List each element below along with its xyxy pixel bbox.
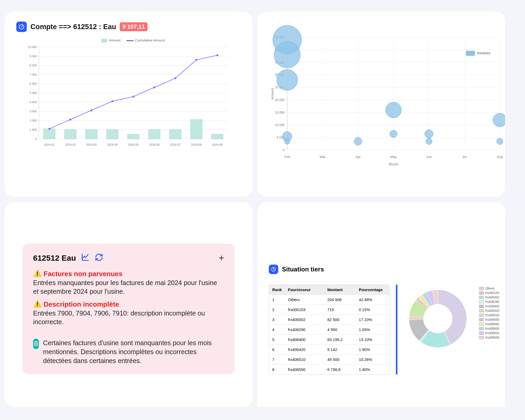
svg-text:2024-01: 2024-01 — [44, 143, 55, 146]
svg-text:2 000: 2 000 — [29, 119, 37, 122]
svg-point-91 — [354, 138, 362, 145]
legend-invoices-label: Invoices — [477, 51, 490, 55]
svg-text:10 000: 10 000 — [275, 123, 285, 127]
table-row[interactable]: 8frs4065506 738,81.40% — [269, 364, 389, 374]
table-row[interactable]: 5frs40640063 195,213.10% — [269, 334, 389, 344]
combo-chart: 01 0002 0003 0004 0005 0006 0007 0008 00… — [20, 44, 230, 149]
scroll-indicator[interactable] — [396, 285, 397, 375]
svg-point-39 — [175, 77, 176, 79]
svg-point-92 — [386, 102, 401, 118]
card-invoices-bubble: Invoices 05 00010 00015 00020 00025 0003… — [257, 12, 505, 197]
svg-text:2024-07: 2024-07 — [170, 143, 181, 146]
svg-text:0: 0 — [283, 148, 285, 152]
svg-text:15 000: 15 000 — [275, 111, 285, 114]
svg-rect-25 — [65, 130, 76, 139]
svg-rect-31 — [191, 120, 202, 139]
donut-chart — [404, 285, 472, 353]
svg-text:Feb: Feb — [284, 155, 290, 159]
svg-text:Month: Month — [389, 162, 398, 166]
svg-text:20 000: 20 000 — [275, 98, 285, 102]
legend-item: frs406420 — [479, 309, 499, 313]
svg-text:6 000: 6 000 — [29, 82, 37, 85]
svg-text:10 000: 10 000 — [28, 45, 37, 49]
svg-text:May: May — [390, 155, 397, 159]
legend-item: frs406620 — [479, 331, 499, 335]
amount-badge: 9 107,11 — [120, 22, 148, 31]
svg-rect-29 — [149, 130, 160, 139]
svg-text:Apr: Apr — [355, 155, 361, 159]
svg-text:0: 0 — [35, 137, 37, 140]
legend-item: frs000153 — [479, 291, 499, 295]
col-pourcentage: Pourcentage — [356, 285, 389, 295]
col-rank: Rank — [269, 285, 285, 295]
gauge-icon — [16, 22, 27, 32]
svg-point-96 — [493, 113, 505, 127]
svg-point-36 — [112, 100, 113, 102]
svg-point-37 — [133, 96, 134, 98]
col-montant: Montant — [324, 285, 356, 295]
svg-text:Jun: Jun — [426, 155, 432, 159]
svg-text:2024-08: 2024-08 — [191, 143, 202, 146]
table-row[interactable]: 7frs40651049 50010.26% — [269, 354, 389, 364]
svg-text:2024-06: 2024-06 — [149, 143, 160, 146]
legend-item: frs406510 — [479, 313, 499, 317]
alert-1-body: Entrées manquantes pour les factures de … — [33, 279, 224, 296]
table-row[interactable]: 4frs4062904 9501.03% — [269, 324, 389, 334]
svg-text:Aug: Aug — [497, 155, 503, 159]
svg-rect-32 — [212, 134, 223, 139]
svg-point-94 — [425, 130, 433, 138]
card-a-title: Compte ==> 612512 : Eau — [30, 23, 116, 31]
bubble-chart: 05 00010 00015 00020 00025 00030 00035 0… — [269, 22, 505, 169]
add-button[interactable]: + — [219, 253, 224, 264]
card-account-eau: Compte ==> 612512 : Eau 9 107,11 Amount … — [5, 12, 253, 197]
svg-text:2024-04: 2024-04 — [107, 143, 118, 146]
svg-point-33 — [49, 128, 50, 130]
tiers-table: Rank Fournisseur Montant Pourcentage 1Ot… — [269, 285, 390, 375]
alert-2-body: Entrées 7900, 7904, 7906, 7910: descript… — [33, 309, 224, 326]
svg-text:4 000: 4 000 — [29, 101, 37, 104]
svg-point-40 — [196, 59, 197, 61]
svg-rect-26 — [86, 130, 97, 139]
svg-rect-28 — [128, 134, 139, 139]
svg-text:Jul: Jul — [462, 155, 467, 159]
warning-icon: ⚠️ — [33, 270, 41, 277]
legend-item: frs406560 — [479, 322, 499, 326]
table-row[interactable]: 6frs4064209 1421.90% — [269, 344, 389, 354]
fade-overlay — [257, 391, 505, 407]
svg-point-34 — [70, 119, 71, 120]
svg-point-38 — [154, 87, 155, 88]
table-row[interactable]: 2frs0001537150.15% — [269, 304, 389, 314]
warning-icon: ⚠️ — [33, 300, 41, 307]
alert-2-title: Description incomplète — [44, 300, 119, 308]
svg-text:2024-03: 2024-03 — [86, 143, 97, 146]
info-body: Certaines factures d'usine sont manquant… — [43, 339, 224, 365]
svg-text:2024-09: 2024-09 — [212, 143, 223, 146]
bubble-legend: Invoices — [466, 51, 490, 56]
card-alerts: 612512 Eau + ⚠️ Factures non parvenues E… — [5, 202, 253, 407]
svg-text:Mar: Mar — [320, 155, 326, 159]
pie-icon — [269, 265, 278, 274]
svg-rect-101 — [35, 342, 38, 346]
legend-cumulative-label: Cumulative Amount — [135, 38, 165, 42]
chart-a-legend: Amount Cumulative Amount — [20, 38, 241, 42]
table-row[interactable]: 3frs40000282 50017.10% — [269, 314, 389, 324]
refresh-icon[interactable] — [95, 253, 103, 263]
svg-point-95 — [426, 138, 432, 145]
alert-1-title: Factures non parvenues — [44, 270, 123, 278]
legend-item: Others — [479, 287, 499, 290]
alert-card-title: 612512 Eau — [33, 254, 76, 262]
svg-text:8 000: 8 000 — [29, 64, 37, 67]
card-situation-tiers: Situation tiers Rank Fournisseur Montant… — [257, 202, 505, 407]
svg-text:2024-05: 2024-05 — [128, 143, 139, 146]
chart-line-icon[interactable] — [81, 253, 90, 263]
donut-legend: Othersfrs000153frs400002frs406290frs4064… — [479, 287, 499, 340]
legend-item: frs406550 — [479, 318, 499, 322]
clipboard-icon — [33, 339, 39, 349]
table-row[interactable]: 1Others204 90642.48% — [269, 295, 389, 304]
svg-text:1 000: 1 000 — [29, 128, 37, 131]
legend-item: frs400002 — [479, 296, 499, 299]
svg-text:Amount: Amount — [270, 88, 274, 99]
svg-point-93 — [390, 130, 397, 138]
svg-point-1 — [21, 26, 22, 27]
card-d-title: Situation tiers — [282, 266, 324, 273]
